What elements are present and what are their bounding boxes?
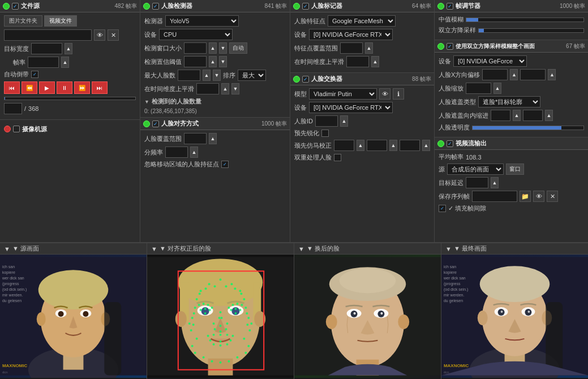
- opacity-slider[interactable]: [472, 126, 584, 130]
- file-source-checkbox[interactable]: [12, 3, 19, 10]
- threshold-down[interactable]: ▼: [219, 56, 227, 67]
- auto-tape-checkbox[interactable]: [31, 71, 38, 78]
- marker-smooth-up[interactable]: ▲: [371, 56, 379, 67]
- face-marker-power-btn[interactable]: [293, 3, 300, 10]
- transport-prev[interactable]: ⏮: [4, 81, 20, 94]
- output-eye-icon[interactable]: 👁: [533, 191, 544, 202]
- transport-next[interactable]: ⏭: [92, 81, 108, 94]
- double-process-checkbox[interactable]: [334, 154, 341, 161]
- morph-x-input[interactable]: 1,00: [334, 140, 354, 151]
- output-close-icon[interactable]: ✕: [547, 191, 558, 202]
- video-output-power-btn[interactable]: [437, 140, 444, 147]
- save-path-input[interactable]: ...: [472, 191, 517, 202]
- super-sampling-checkbox[interactable]: [447, 43, 453, 50]
- smooth-up[interactable]: ▲: [221, 83, 229, 94]
- morph-x-up[interactable]: ▲: [357, 140, 364, 151]
- model-eye-icon[interactable]: 👁: [379, 88, 390, 100]
- face-exchanger-power-btn[interactable]: [293, 76, 300, 83]
- eye-icon[interactable]: 👁: [94, 29, 105, 41]
- morph-z-input[interactable]: 1,00: [400, 140, 420, 151]
- delay-input[interactable]: 500: [466, 177, 488, 188]
- window-size-up[interactable]: ▲: [209, 42, 217, 54]
- exchanger-device-select[interactable]: [0] NVIDIA GeForce RTX: [309, 102, 393, 113]
- detector-device-select[interactable]: CPU: [159, 29, 233, 40]
- morph-y-input[interactable]: 1,00: [367, 140, 387, 151]
- face-align-checkbox[interactable]: [152, 120, 159, 127]
- transport-pause[interactable]: ⏸: [57, 81, 72, 94]
- exchanger-model-select[interactable]: Vladimir Putin: [309, 88, 377, 100]
- camera-checkbox[interactable]: [13, 126, 20, 132]
- fps-up[interactable]: ▲: [61, 57, 69, 68]
- marker-smooth-input[interactable]: 1: [346, 56, 369, 67]
- x-offset-input[interactable]: 0,000: [482, 69, 508, 80]
- transport-back[interactable]: ⏪: [22, 81, 37, 94]
- morph-y-up[interactable]: ▲: [389, 140, 397, 151]
- face-detector-checkbox[interactable]: [152, 3, 159, 10]
- threshold-up[interactable]: ▲: [209, 56, 217, 67]
- landmark-range-input[interactable]: 1,3: [340, 42, 363, 54]
- subsample-input[interactable]: 224: [165, 147, 188, 158]
- folder-icon[interactable]: 📁: [520, 191, 531, 202]
- smooth-down[interactable]: ▼: [231, 83, 239, 94]
- subsample-up[interactable]: ▲: [190, 147, 198, 158]
- tab-video-file[interactable]: 视频文件: [44, 15, 77, 27]
- timeline-bar[interactable]: [4, 97, 136, 100]
- expand-val2-input[interactable]: 25: [523, 110, 543, 121]
- target-width-up[interactable]: ▲: [65, 43, 72, 54]
- target-width-input[interactable]: 自动: [31, 43, 62, 54]
- morph-z-up[interactable]: ▲: [422, 140, 430, 151]
- transport-fwd[interactable]: ⏩: [74, 81, 90, 94]
- expand1-up[interactable]: ▲: [513, 110, 521, 121]
- scale-input[interactable]: 1,00: [466, 83, 491, 94]
- ignore-moving-checkbox[interactable]: [221, 161, 229, 168]
- max-faces-input[interactable]: 1: [178, 70, 200, 81]
- model-info-icon[interactable]: ℹ: [393, 88, 404, 100]
- fill-frames-checkbox[interactable]: [439, 205, 446, 212]
- face-id-up[interactable]: ▲: [340, 115, 348, 127]
- landmark-type-select[interactable]: Google FaceMesh: [328, 15, 396, 27]
- face-exchanger-checkbox[interactable]: [302, 76, 309, 83]
- ss-device-select[interactable]: [0] NVIDIA GeForce: [453, 55, 527, 67]
- pre-sharpen-checkbox[interactable]: [321, 130, 329, 137]
- output-source-select[interactable]: 合成后的画面: [447, 163, 504, 175]
- coverage-input[interactable]: 2,2: [184, 133, 207, 144]
- sort-select[interactable]: 最大: [238, 70, 266, 81]
- close-file-icon[interactable]: ✕: [108, 29, 119, 41]
- window-size-auto-btn[interactable]: 自动: [229, 42, 247, 54]
- marker-device-select[interactable]: [0] NVIDIA GeForce RTX 3: [309, 29, 393, 40]
- fps-input[interactable]: 自动: [28, 57, 59, 68]
- video-output-checkbox[interactable]: [447, 140, 453, 147]
- file-path-input[interactable]: \DeepFaceLive\twitch1.mp4: [4, 29, 92, 41]
- window-size-down[interactable]: ▼: [219, 42, 227, 54]
- tab-image-folder[interactable]: 图片文件夹: [4, 15, 42, 27]
- landmark-range-up[interactable]: ▲: [365, 42, 373, 54]
- scale-up[interactable]: ▲: [493, 83, 501, 94]
- median-slider[interactable]: [466, 18, 584, 22]
- smooth-input[interactable]: 1: [196, 83, 219, 94]
- face-align-power-btn[interactable]: [143, 120, 150, 127]
- bilateral-slider[interactable]: [478, 28, 584, 33]
- coverage-up[interactable]: ▲: [209, 133, 217, 144]
- transport-play[interactable]: ▶: [39, 81, 55, 94]
- threshold-input[interactable]: 0.50: [184, 56, 207, 67]
- super-sampling-power-btn[interactable]: [437, 43, 444, 50]
- window-btn[interactable]: 窗口: [506, 163, 524, 175]
- face-type-select[interactable]: 遮脸*目标轮廓: [478, 96, 540, 107]
- camera-power-btn[interactable]: [4, 126, 11, 132]
- frame-adjuster-power-btn[interactable]: [437, 3, 444, 10]
- y-offset-up[interactable]: ▲: [548, 69, 556, 80]
- window-size-input[interactable]: 128: [184, 42, 207, 54]
- delay-up[interactable]: ▲: [491, 177, 499, 188]
- current-frame-input[interactable]: 1: [4, 103, 22, 114]
- frame-adjuster-checkbox[interactable]: [447, 3, 453, 10]
- y-offset-input[interactable]: 0,000: [520, 69, 546, 80]
- expand-val1-input[interactable]: 5: [491, 110, 510, 121]
- file-source-power-btn[interactable]: [3, 3, 10, 10]
- face-id-input[interactable]: 0: [315, 115, 338, 127]
- expand2-up[interactable]: ▲: [545, 110, 553, 121]
- max-faces-down[interactable]: ▼: [213, 70, 221, 81]
- face-detector-power-btn[interactable]: [143, 3, 150, 10]
- x-offset-up[interactable]: ▲: [510, 69, 518, 80]
- detector-type-select[interactable]: YoloV5: [165, 15, 239, 27]
- face-marker-checkbox[interactable]: [302, 3, 309, 10]
